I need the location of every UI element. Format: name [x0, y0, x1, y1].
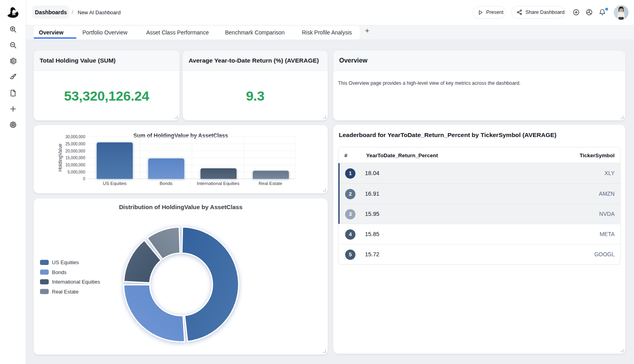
svg-text:15,000,000: 15,000,000 [65, 156, 85, 160]
svg-text:0: 0 [83, 177, 85, 181]
svg-text:US Equities: US Equities [103, 181, 126, 186]
svg-text:US Equities: US Equities [52, 259, 79, 265]
svg-text:International Equities: International Equities [52, 279, 100, 285]
svg-text:International Equities: International Equities [197, 181, 240, 186]
svg-text:Real Estate: Real Estate [259, 181, 282, 186]
svg-text:10,000,000: 10,000,000 [65, 163, 85, 167]
svg-text:Real Estate: Real Estate [52, 289, 78, 295]
svg-text:5,000,000: 5,000,000 [68, 170, 86, 174]
svg-text:30,000,000: 30,000,000 [65, 135, 85, 139]
svg-text:25,000,000: 25,000,000 [65, 142, 85, 146]
svg-text:Bonds: Bonds [160, 181, 173, 186]
svg-text:HoldingValue: HoldingValue [57, 143, 63, 172]
svg-text:Bonds: Bonds [52, 269, 67, 275]
svg-text:20,000,000: 20,000,000 [65, 149, 85, 153]
